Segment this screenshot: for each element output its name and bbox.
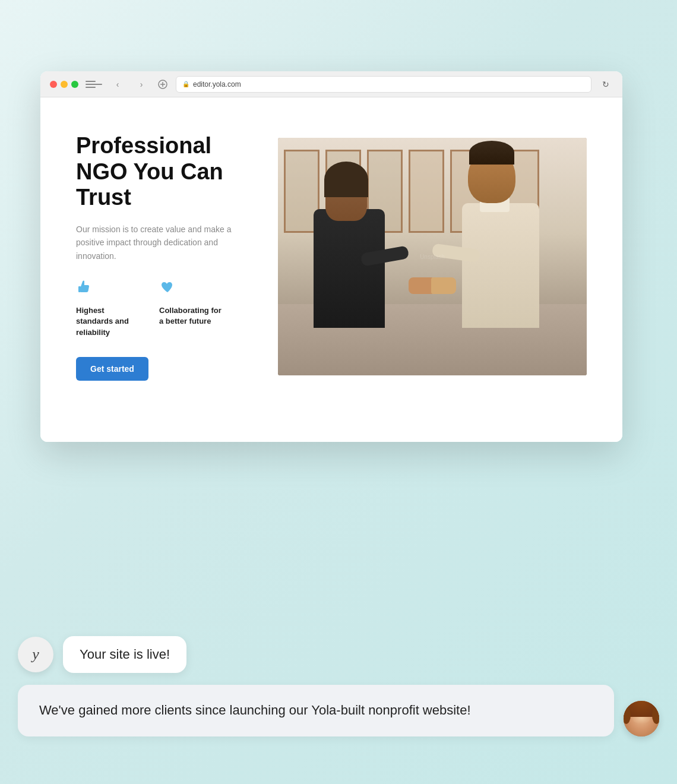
site-live-text: Your site is live! bbox=[80, 647, 170, 662]
feature-1-label: Highest standards and reliability bbox=[76, 305, 141, 338]
chat-message-2: We've gained more clients since launchin… bbox=[18, 685, 659, 736]
address-bar[interactable]: 🔒 editor.yola.com bbox=[176, 76, 591, 93]
chat-section: y Your site is live! We've gained more c… bbox=[18, 636, 659, 736]
hero-image: Unsplash bbox=[278, 138, 587, 375]
hero-text: Professional NGO You Can Trust Our missi… bbox=[76, 133, 254, 381]
maximize-button[interactable] bbox=[71, 81, 78, 88]
reload-button[interactable]: ↻ bbox=[599, 77, 613, 91]
forward-button[interactable]: › bbox=[133, 76, 150, 93]
testimonial-text: We've gained more clients since launchin… bbox=[39, 703, 471, 717]
feature-item-2: Collaborating for a better future bbox=[159, 279, 224, 338]
close-button[interactable] bbox=[50, 81, 57, 88]
sidebar-toggle[interactable] bbox=[86, 76, 102, 93]
yola-avatar: y bbox=[18, 637, 53, 672]
extension-icon bbox=[157, 78, 169, 90]
svg-rect-3 bbox=[78, 286, 81, 292]
feature-item-1: Highest standards and reliability bbox=[76, 279, 141, 338]
get-started-button[interactable]: Get started bbox=[76, 357, 148, 381]
minimize-button[interactable] bbox=[61, 81, 68, 88]
hero-title: Professional NGO You Can Trust bbox=[76, 133, 254, 211]
traffic-lights bbox=[50, 81, 78, 88]
hero-section: Professional NGO You Can Trust Our missi… bbox=[76, 133, 587, 381]
yola-logo-letter: y bbox=[32, 646, 39, 663]
testimonial-bubble: We've gained more clients since launchin… bbox=[18, 685, 614, 736]
lock-icon: 🔒 bbox=[182, 81, 189, 87]
user-avatar bbox=[624, 701, 659, 736]
chat-message-1: y Your site is live! bbox=[18, 636, 659, 673]
browser-window: ‹ › 🔒 editor.yola.com ↻ Professional NGO… bbox=[40, 71, 622, 442]
features-row: Highest standards and reliability Collab… bbox=[76, 279, 254, 338]
thumbs-up-icon bbox=[76, 279, 141, 299]
site-live-bubble: Your site is live! bbox=[63, 636, 186, 673]
photo-scene: Unsplash bbox=[278, 138, 587, 375]
heart-icon bbox=[159, 279, 224, 299]
user-avatar-face bbox=[624, 701, 659, 736]
browser-chrome: ‹ › 🔒 editor.yola.com ↻ bbox=[40, 71, 622, 97]
back-button[interactable]: ‹ bbox=[109, 76, 126, 93]
url-text: editor.yola.com bbox=[193, 80, 241, 88]
hero-description: Our mission is to create value and make … bbox=[76, 223, 254, 263]
feature-2-label: Collaborating for a better future bbox=[159, 305, 224, 327]
website-content: Professional NGO You Can Trust Our missi… bbox=[40, 97, 622, 442]
